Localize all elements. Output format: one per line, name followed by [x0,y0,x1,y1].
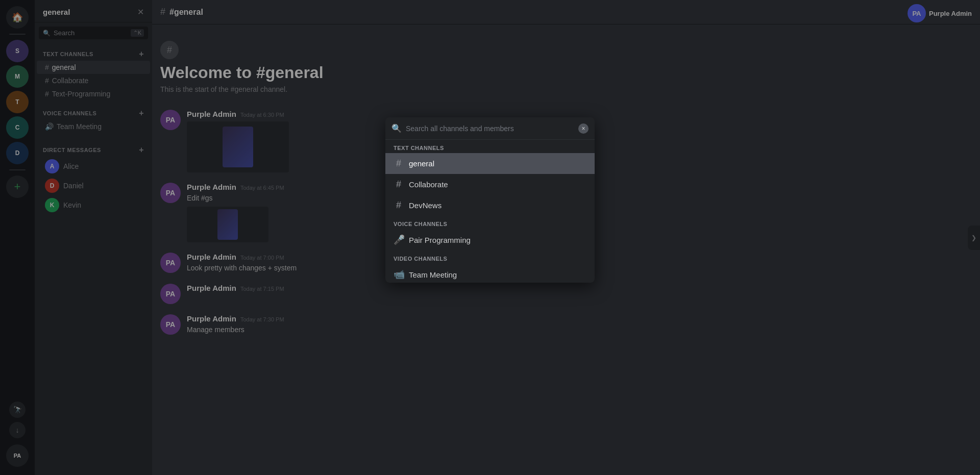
search-modal-icon: 🔍 [391,123,402,133]
text-channels-section-label: Text Channels [385,140,595,153]
channel-result-pair-programming: Pair Programming [409,236,471,244]
search-result-devnews[interactable]: # DevNews [385,195,595,216]
search-modal-overlay: 🔍 × Text Channels # general # Collaborat… [0,0,980,475]
search-result-general[interactable]: # general [385,153,595,174]
search-result-collaborate[interactable]: # Collaborate [385,174,595,195]
hash-icon-general: # [394,158,404,169]
search-close-button[interactable]: × [578,123,589,134]
channel-result-general: general [409,159,434,168]
search-all-input[interactable] [406,124,574,133]
search-modal: 🔍 × Text Channels # general # Collaborat… [385,117,595,283]
video-channels-section-label: Video Channels [385,251,595,264]
search-result-team-meeting[interactable]: 📹 Team Meeting [385,264,595,283]
channel-result-team-meeting: Team Meeting [409,270,457,279]
search-result-pair-programming[interactable]: 🎤 Pair Programming [385,229,595,251]
search-results-list: Text Channels # general # Collaborate # … [385,140,595,283]
channel-result-collaborate: Collaborate [409,180,448,189]
hash-icon-collaborate-result: # [394,179,404,190]
channel-result-devnews: DevNews [409,201,442,210]
voice-channels-section-label: Voice Channels [385,216,595,229]
search-input-row: 🔍 × [385,117,595,140]
mic-icon-pair: 🎤 [394,234,404,245]
hash-icon-devnews: # [394,200,404,211]
video-icon-team: 📹 [394,269,404,280]
